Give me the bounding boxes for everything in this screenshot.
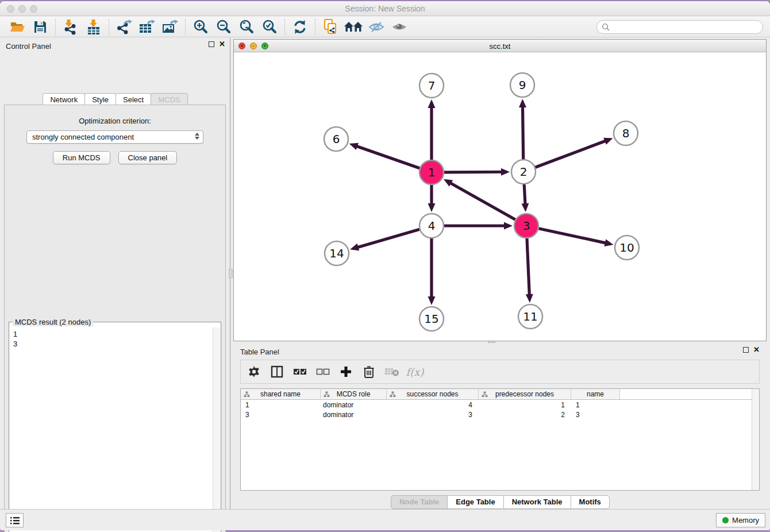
network-window-title: scc.txt <box>234 42 766 51</box>
cell-name[interactable]: 3 <box>571 411 620 419</box>
close-table-panel-icon[interactable]: ✕ <box>753 347 760 353</box>
table-panel: Table Panel ✕ <box>233 344 767 511</box>
add-column-button[interactable] <box>338 364 353 379</box>
sort-hierarchy-icon <box>482 391 488 398</box>
memory-button[interactable]: Memory <box>716 513 765 527</box>
column-header-successor-nodes[interactable]: successor nodes <box>387 389 479 399</box>
graph-edge-3-1[interactable] <box>450 183 515 219</box>
memory-status-icon <box>722 517 729 523</box>
save-session-button[interactable] <box>29 18 52 36</box>
close-panel-icon[interactable]: ✕ <box>219 41 225 47</box>
graph-edge-arrowhead <box>603 138 613 145</box>
column-header-predecessor-nodes[interactable]: predecessor nodes <box>479 389 571 399</box>
open-session-button[interactable] <box>6 18 29 36</box>
delete-table-button[interactable] <box>384 364 399 379</box>
search-input[interactable] <box>613 23 763 32</box>
float-panel-icon[interactable] <box>209 41 214 47</box>
eye-icon <box>391 20 408 34</box>
import-network-icon <box>63 19 79 35</box>
result-scrollbar[interactable] <box>213 327 220 532</box>
unselect-all-rows-button[interactable] <box>315 364 330 379</box>
column-header-mcds-role[interactable]: MCDS role <box>321 389 387 399</box>
criterion-dropdown[interactable]: strongly connected component <box>26 130 203 144</box>
graph-edge-2-8[interactable] <box>536 141 606 167</box>
cell-shared-name[interactable]: 1 <box>241 401 321 409</box>
new-network-from-selection-button[interactable] <box>319 18 342 36</box>
graph-node-label: 9 <box>519 78 526 92</box>
import-table-icon <box>86 19 102 35</box>
import-network-button[interactable] <box>59 18 82 36</box>
hide-selected-button[interactable] <box>365 18 388 36</box>
tab-network-table[interactable]: Network Table <box>503 495 571 509</box>
import-table-button[interactable] <box>82 18 105 36</box>
application-window: Session: New Session <box>0 1 770 530</box>
dropdown-stepper-icon <box>195 133 199 140</box>
export-image-button[interactable] <box>159 18 182 36</box>
columns-icon <box>271 365 283 378</box>
function-builder-button[interactable]: f(x) <box>407 364 422 379</box>
cell-predecessor-nodes[interactable]: 2 <box>479 411 571 419</box>
zoom-out-button[interactable] <box>212 18 235 36</box>
column-header-name[interactable]: name <box>571 389 620 399</box>
vertical-splitter-grip[interactable] <box>229 269 233 278</box>
select-all-rows-button[interactable] <box>292 364 307 379</box>
table-scrollbar[interactable] <box>752 389 759 490</box>
column-header-shared-name[interactable]: shared name <box>241 389 321 399</box>
close-panel-button[interactable]: Close panel <box>118 151 178 164</box>
zoom-fit-button[interactable] <box>235 18 258 36</box>
sort-hierarchy-icon <box>324 391 330 398</box>
float-table-panel-icon[interactable] <box>743 347 749 353</box>
column-label: shared name <box>260 390 301 398</box>
table-row[interactable]: 1 dominator 4 1 1 <box>241 400 759 410</box>
plus-icon <box>340 365 352 378</box>
column-label: name <box>587 390 604 398</box>
export-network-button[interactable] <box>113 18 136 36</box>
refresh-layout-button[interactable] <box>288 18 311 36</box>
home-icon <box>344 20 363 34</box>
graph-edge-3-10[interactable] <box>538 229 606 243</box>
show-all-button[interactable] <box>388 18 411 36</box>
first-neighbors-button[interactable] <box>342 18 365 36</box>
task-history-button[interactable] <box>6 513 24 527</box>
cell-mcds-role[interactable]: dominator <box>321 401 387 409</box>
graph-edge-arrowhead <box>501 168 510 176</box>
delete-column-button[interactable] <box>361 364 376 379</box>
network-graph-canvas[interactable]: 1234678910111415 <box>234 52 766 341</box>
zoom-in-button[interactable] <box>189 18 212 36</box>
graph-edge-2-3[interactable] <box>524 184 525 205</box>
graph-edge-1-6[interactable] <box>356 146 419 168</box>
toolbar-separator <box>315 19 315 35</box>
show-columns-button[interactable] <box>270 364 284 379</box>
table-toolbar: f(x) <box>240 360 760 384</box>
cell-successor-nodes[interactable]: 4 <box>387 401 479 409</box>
network-view-window: ✕ − + scc.txt 1234678910111415 <box>233 39 767 341</box>
zoom-selected-button[interactable] <box>258 18 281 36</box>
graph-edge-1-2[interactable] <box>444 172 502 172</box>
cell-mcds-role[interactable]: dominator <box>321 411 387 419</box>
table-row[interactable]: 3 dominator 3 2 3 <box>241 410 759 419</box>
export-image-icon <box>161 19 179 35</box>
eye-slash-icon <box>368 20 385 34</box>
cell-name[interactable]: 1 <box>571 401 620 409</box>
run-mcds-button[interactable]: Run MCDS <box>53 151 110 164</box>
table-settings-button[interactable] <box>247 364 261 379</box>
graph-edge-3-11[interactable] <box>527 238 529 295</box>
cell-shared-name[interactable]: 3 <box>241 411 321 419</box>
zoom-selected-icon <box>261 19 278 35</box>
cell-successor-nodes[interactable]: 3 <box>387 411 479 419</box>
delete-table-icon <box>384 367 399 377</box>
refresh-icon <box>292 19 308 35</box>
tab-edge-table[interactable]: Edge Table <box>447 495 503 509</box>
control-panel: Control Panel ✕ Network Style Select MCD… <box>0 38 230 509</box>
network-window-titlebar[interactable]: ✕ − + scc.txt <box>234 40 766 52</box>
tab-node-table[interactable]: Node Table <box>391 495 448 509</box>
mcds-result-text[interactable]: 1 3 <box>10 327 213 532</box>
graph-edge-4-14[interactable] <box>357 229 419 248</box>
graph-edge-2-9[interactable] <box>522 106 523 159</box>
export-table-button[interactable] <box>136 18 159 36</box>
zoom-fit-icon <box>238 19 255 35</box>
table-panel-title: Table Panel <box>240 348 279 356</box>
cell-predecessor-nodes[interactable]: 1 <box>479 401 571 409</box>
tab-motifs[interactable]: Motifs <box>571 495 610 509</box>
main-toolbar <box>0 17 770 37</box>
